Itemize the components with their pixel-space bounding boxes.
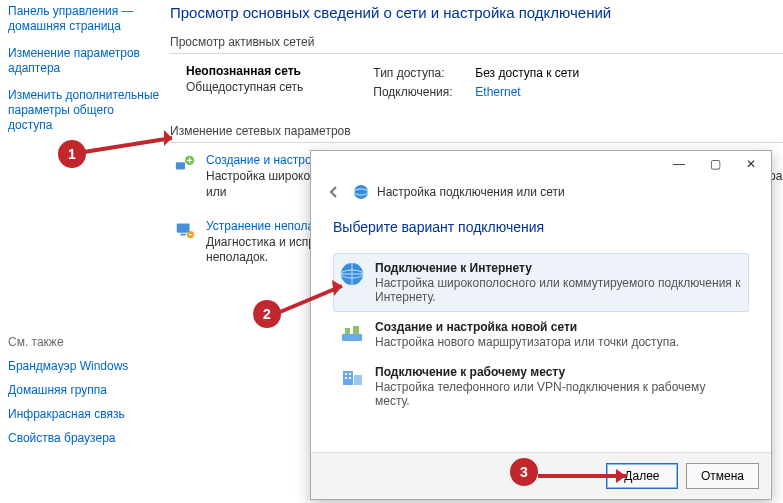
option-title: Подключение к Интернету [375, 261, 743, 275]
svg-line-18 [84, 138, 172, 152]
svg-rect-14 [345, 373, 347, 375]
option-title: Создание и настройка новой сети [375, 320, 679, 334]
seealso-browser[interactable]: Свойства браузера [8, 431, 160, 445]
seealso-firewall[interactable]: Брандмауэр Windows [8, 359, 160, 373]
svg-marker-19 [164, 130, 172, 146]
svg-rect-13 [354, 375, 362, 385]
option-internet[interactable]: Подключение к Интернету Настройка широко… [333, 253, 749, 312]
wizard-title: Настройка подключения или сети [377, 185, 565, 199]
option-desc: Настройка широкополосного или коммутируе… [375, 276, 743, 304]
svg-rect-16 [345, 377, 347, 379]
svg-rect-17 [349, 377, 351, 379]
wizard-titlebar: ― ▢ ✕ [311, 151, 771, 177]
network-type: Общедоступная сеть [186, 80, 303, 94]
access-value: Без доступа к сети [475, 64, 579, 83]
annotation-arrow-3 [534, 466, 642, 486]
divider [170, 142, 783, 143]
option-title: Подключение к рабочему месту [375, 365, 743, 379]
sidebar-item-adapter[interactable]: Изменение параметров адаптера [8, 46, 160, 76]
workplace-icon [339, 365, 365, 391]
seealso-heading: См. также [8, 335, 160, 349]
router-icon [339, 320, 365, 346]
annotation-badge-2: 2 [253, 300, 281, 328]
minimize-button[interactable]: ― [661, 153, 697, 175]
connections-label: Подключения: [373, 83, 461, 102]
task-title: Устранение неполад [206, 219, 322, 233]
annotation-badge-3: 3 [510, 458, 538, 486]
divider [170, 53, 783, 54]
network-sphere-icon [353, 184, 369, 200]
back-button[interactable] [323, 181, 345, 203]
option-new-network[interactable]: Создание и настройка новой сети Настройк… [333, 312, 749, 357]
svg-rect-2 [177, 223, 190, 232]
sidebar-item-sharing[interactable]: Изменить дополнительные параметры общего… [8, 88, 160, 133]
svg-line-20 [280, 286, 342, 312]
connection-wizard: ― ▢ ✕ Настройка подключения или сети Выб… [310, 150, 772, 500]
access-label: Тип доступа: [373, 64, 461, 83]
option-desc: Настройка телефонного или VPN-подключени… [375, 380, 743, 408]
svg-point-5 [354, 185, 368, 199]
active-networks-heading: Просмотр активных сетей [170, 35, 783, 49]
close-button[interactable]: ✕ [733, 153, 769, 175]
seealso-ir[interactable]: Инфракрасная связь [8, 407, 160, 421]
annotation-arrow-1 [80, 128, 190, 158]
network-name: Неопознанная сеть [186, 64, 303, 78]
maximize-button[interactable]: ▢ [697, 153, 733, 175]
active-network: Неопознанная сеть Общедоступная сеть Тип… [186, 64, 783, 102]
sidebar: Панель управления — домашняя страница Из… [8, 4, 160, 455]
svg-rect-0 [176, 163, 185, 170]
svg-rect-3 [180, 233, 186, 235]
page-title: Просмотр основных сведений о сети и наст… [170, 0, 783, 21]
sidebar-item-home[interactable]: Панель управления — домашняя страница [8, 4, 160, 34]
annotation-arrow-2 [276, 278, 358, 316]
task-desc: Диагностика и испра неполадок. [206, 235, 322, 266]
svg-rect-11 [353, 326, 359, 334]
option-workplace[interactable]: Подключение к рабочему месту Настройка т… [333, 357, 749, 416]
change-params-heading: Изменение сетевых параметров [170, 124, 783, 138]
svg-rect-10 [345, 328, 350, 334]
connections-link[interactable]: Ethernet [475, 83, 520, 102]
option-desc: Настройка нового маршрутизатора или точк… [375, 335, 679, 349]
wizard-heading: Выберите вариант подключения [333, 219, 749, 235]
svg-marker-23 [616, 469, 626, 483]
troubleshoot-icon [174, 219, 196, 241]
cancel-button[interactable]: Отмена [686, 463, 759, 489]
seealso-homegroup[interactable]: Домашняя группа [8, 383, 160, 397]
svg-rect-9 [342, 334, 362, 341]
svg-rect-12 [343, 371, 353, 385]
annotation-badge-1: 1 [58, 140, 86, 168]
svg-rect-15 [349, 373, 351, 375]
